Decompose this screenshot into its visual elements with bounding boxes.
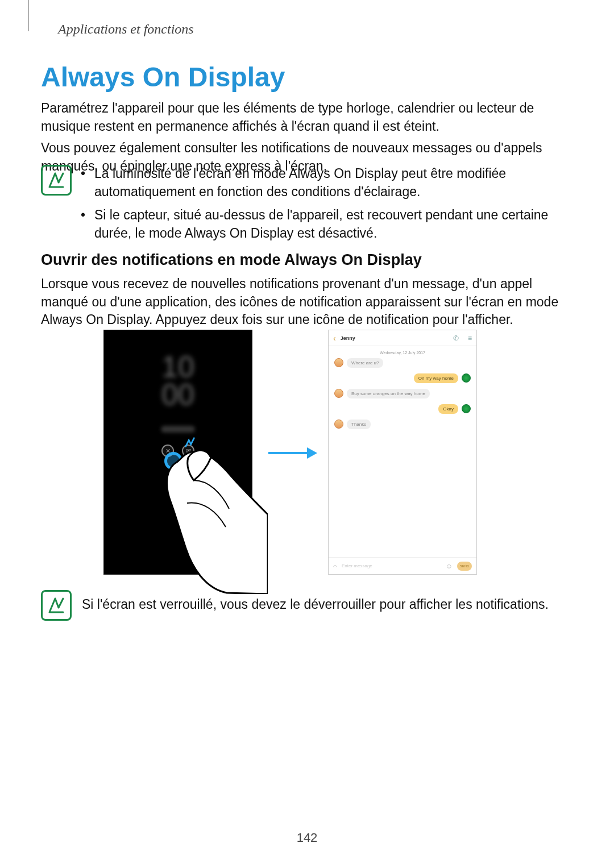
aod-subtext bbox=[161, 426, 195, 433]
chat-row-incoming: Thanks bbox=[334, 420, 471, 429]
call-icon: ✆ bbox=[453, 334, 459, 342]
breadcrumb: Applications et fonctions bbox=[58, 22, 194, 37]
page-title: Always On Display bbox=[41, 61, 285, 93]
avatar-contact bbox=[334, 420, 343, 429]
chat-header: ‹ Jenny ✆ ≡ bbox=[329, 330, 476, 346]
aod-clock: 10 00 bbox=[161, 353, 194, 409]
paragraph-section: Lorsque vous recevez de nouvelles notifi… bbox=[41, 275, 569, 329]
chat-body: Wednesday, 12 July 2017 Where are u? On … bbox=[329, 346, 476, 438]
chat-contact-name: Jenny bbox=[341, 335, 355, 341]
hand-gesture-icon bbox=[154, 446, 268, 594]
avatar-contact bbox=[334, 358, 343, 367]
note-bullet-list: La luminosité de l'écran en mode Always … bbox=[78, 165, 569, 248]
page-number: 142 bbox=[0, 830, 614, 845]
chat-row-incoming: Where are u? bbox=[334, 358, 471, 368]
back-icon: ‹ bbox=[333, 334, 336, 343]
chat-msg-3: Buy some oranges on the way home bbox=[347, 389, 430, 398]
illustration-figure: 10 00 ✕ ✉ ‹ Jenny bbox=[103, 330, 518, 577]
avatar-contact bbox=[334, 389, 343, 398]
emoji-icon: ☺ bbox=[446, 562, 453, 570]
chat-msg-4: Okay bbox=[438, 404, 458, 414]
note-block-2: Si l'écran est verrouillé, vous devez le… bbox=[41, 590, 569, 621]
chat-msg-2: On my way home bbox=[414, 373, 458, 383]
chat-date: Wednesday, 12 July 2017 bbox=[334, 351, 471, 355]
chat-input-placeholder: Enter message bbox=[342, 563, 441, 568]
send-button: SEND bbox=[457, 562, 472, 571]
avatar-self bbox=[462, 373, 471, 383]
arrow-right-icon bbox=[267, 446, 318, 460]
chat-row-outgoing: Okay bbox=[334, 404, 471, 414]
aod-screen: 10 00 ✕ ✉ bbox=[103, 330, 252, 575]
note-bullet-1: La luminosité de l'écran en mode Always … bbox=[78, 165, 569, 201]
menu-icon: ≡ bbox=[468, 334, 472, 342]
note-bullet-2: Si le capteur, situé au-dessus de l'appa… bbox=[78, 206, 569, 242]
header-divider bbox=[28, 0, 29, 31]
paragraph-intro-1: Paramétrez l'appareil pour que les éléme… bbox=[41, 99, 569, 135]
avatar-self bbox=[462, 404, 471, 413]
note-icon bbox=[41, 165, 72, 196]
chat-msg-1: Where are u? bbox=[347, 358, 383, 368]
attach-icon: 𝄐 bbox=[333, 562, 337, 570]
chat-screen: ‹ Jenny ✆ ≡ Wednesday, 12 July 2017 Wher… bbox=[328, 330, 477, 575]
chat-msg-5: Thanks bbox=[347, 420, 371, 429]
note-icon bbox=[41, 590, 72, 621]
chat-input-bar: 𝄐 Enter message ☺ SEND bbox=[329, 557, 476, 574]
note-2-text: Si l'écran est verrouillé, vous devez le… bbox=[82, 590, 549, 614]
chat-row-incoming: Buy some oranges on the way home bbox=[334, 389, 471, 398]
section-subhead: Ouvrir des notifications en mode Always … bbox=[41, 251, 422, 269]
chat-row-outgoing: On my way home bbox=[334, 373, 471, 383]
